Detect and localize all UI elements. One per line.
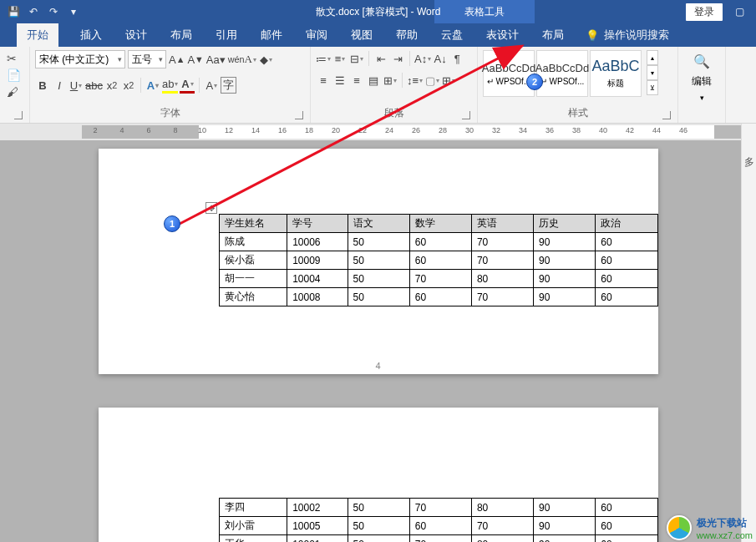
- styles-more-icon[interactable]: ⊻: [647, 80, 658, 95]
- increase-indent-icon[interactable]: ⇥: [390, 50, 405, 67]
- table-cell[interactable]: 60: [409, 251, 471, 270]
- table-cell[interactable]: 60: [409, 517, 471, 535]
- shading-icon[interactable]: ▢: [424, 72, 439, 89]
- table-cell[interactable]: 50: [348, 535, 409, 543]
- table-cell[interactable]: 60: [409, 288, 471, 306]
- table-cell[interactable]: 90: [534, 499, 596, 517]
- table-cell[interactable]: 胡一一: [219, 270, 287, 288]
- table-cell[interactable]: 侯小磊: [219, 251, 287, 270]
- styles-launcher-icon[interactable]: [662, 111, 671, 119]
- table-cell[interactable]: 60: [596, 517, 657, 535]
- table-cell[interactable]: 50: [348, 233, 409, 251]
- align-left-icon[interactable]: ≡: [316, 72, 331, 89]
- table-cell[interactable]: 60: [596, 288, 657, 306]
- strikethrough-button[interactable]: abc: [85, 77, 103, 94]
- tab-view[interactable]: 视图: [349, 23, 374, 47]
- clear-formatting-icon[interactable]: ◆: [259, 51, 274, 68]
- format-painter-icon[interactable]: 🖌: [7, 85, 22, 99]
- tell-me-search[interactable]: 💡 操作说明搜索: [586, 28, 669, 43]
- styles-scroll[interactable]: ▴ ▾ ⊻: [647, 50, 658, 95]
- font-name-combo[interactable]: 宋体 (中文正文): [35, 50, 125, 68]
- superscript-button[interactable]: x2: [121, 77, 136, 94]
- table-cell[interactable]: 60: [596, 233, 657, 251]
- enclose-char-icon[interactable]: A: [204, 77, 219, 94]
- table-cell[interactable]: 70: [471, 233, 533, 251]
- table-cell[interactable]: 90: [534, 517, 596, 535]
- highlight-color-icon[interactable]: ab: [162, 77, 178, 94]
- style-item-3[interactable]: AaBbC 标题: [590, 50, 642, 97]
- table-header-cell[interactable]: 学生姓名: [219, 215, 287, 233]
- table-cell[interactable]: 70: [471, 517, 533, 535]
- tab-cloud[interactable]: 云盘: [439, 23, 464, 47]
- table-header-cell[interactable]: 数学: [409, 215, 471, 233]
- tab-home[interactable]: 开始: [17, 23, 58, 47]
- table-cell[interactable]: 80: [471, 535, 533, 543]
- align-center-icon[interactable]: ☰: [332, 72, 348, 89]
- tab-table-layout[interactable]: 布局: [540, 23, 566, 47]
- bullets-icon[interactable]: ≔: [316, 50, 331, 67]
- text-direction-icon[interactable]: A↕: [414, 50, 431, 67]
- table-cell[interactable]: 10002: [287, 499, 348, 517]
- bold-button[interactable]: B: [35, 77, 50, 94]
- table-cell[interactable]: 90: [534, 535, 596, 543]
- table-cell[interactable]: 60: [596, 270, 657, 288]
- ribbon-options-icon[interactable]: ▢: [731, 3, 748, 20]
- style-item-2[interactable]: AaBbCcDd ↵ WPSOf...: [536, 50, 588, 97]
- table-cell[interactable]: 王华: [219, 535, 287, 543]
- tab-references[interactable]: 引用: [214, 23, 239, 47]
- table-cell[interactable]: 10005: [287, 517, 348, 535]
- table-cell[interactable]: 10008: [287, 288, 348, 306]
- table-cell[interactable]: 70: [409, 535, 471, 543]
- data-table-1[interactable]: 学生姓名学号语文数学英语历史政治陈成100065060709060侯小磊1000…: [219, 214, 658, 306]
- decrease-indent-icon[interactable]: ⇤: [373, 50, 388, 67]
- tab-design[interactable]: 设计: [124, 23, 149, 47]
- sort-icon[interactable]: A↓: [433, 50, 448, 67]
- table-cell[interactable]: 90: [534, 270, 596, 288]
- table-cell[interactable]: 刘小雷: [219, 517, 287, 535]
- table-cell[interactable]: 90: [534, 288, 596, 306]
- table-cell[interactable]: 50: [348, 270, 409, 288]
- table-cell[interactable]: 70: [471, 251, 533, 270]
- style-item-1[interactable]: AaBbCcDd ↵ WPSOf...: [483, 50, 535, 97]
- cut-icon[interactable]: ✂: [7, 52, 22, 65]
- qat-customize-icon[interactable]: ▾: [65, 3, 82, 20]
- multilevel-icon[interactable]: ⊟: [349, 50, 364, 67]
- table-header-cell[interactable]: 历史: [534, 215, 596, 233]
- edit-dropdown-icon[interactable]: ▾: [700, 94, 704, 102]
- tab-table-design[interactable]: 表设计: [485, 23, 520, 47]
- table-header-cell[interactable]: 英语: [471, 215, 533, 233]
- table-move-handle-icon[interactable]: ✥: [205, 202, 217, 214]
- table-cell[interactable]: 60: [596, 535, 657, 543]
- tab-layout[interactable]: 布局: [169, 23, 194, 47]
- borders-icon[interactable]: ⊞: [441, 72, 456, 89]
- phonetic-guide-icon[interactable]: wénA: [228, 51, 256, 68]
- table-cell[interactable]: 90: [534, 251, 596, 270]
- save-icon[interactable]: 💾: [5, 3, 22, 20]
- font-launcher-icon[interactable]: [295, 111, 303, 119]
- table-header-cell[interactable]: 语文: [348, 215, 409, 233]
- tab-insert[interactable]: 插入: [79, 23, 104, 47]
- font-size-combo[interactable]: 五号: [128, 50, 166, 68]
- table-cell[interactable]: 10001: [287, 535, 348, 543]
- text-effects-icon[interactable]: A: [145, 77, 160, 94]
- italic-button[interactable]: I: [52, 77, 67, 94]
- table-cell[interactable]: 10004: [287, 270, 348, 288]
- horizontal-ruler[interactable]: 2468101214161820222426283032343638404244…: [0, 124, 756, 140]
- styles-gallery[interactable]: AaBbCcDd ↵ WPSOf... AaBbCcDd ↵ WPSOf... …: [483, 50, 642, 97]
- table-cell[interactable]: 70: [409, 270, 471, 288]
- table-cell[interactable]: 70: [471, 288, 533, 306]
- side-pane-collapsed[interactable]: 多: [741, 124, 756, 542]
- document-area[interactable]: ✥ 学生姓名学号语文数学英语历史政治陈成100065060709060侯小磊10…: [0, 140, 756, 542]
- table-cell[interactable]: 10009: [287, 251, 348, 270]
- paragraph-launcher-icon[interactable]: [462, 111, 470, 119]
- table-cell[interactable]: 50: [348, 517, 409, 535]
- tab-review[interactable]: 审阅: [304, 23, 329, 47]
- grow-font-icon[interactable]: A▲: [169, 51, 185, 68]
- table-cell[interactable]: 50: [348, 499, 409, 517]
- align-right-icon[interactable]: ≡: [349, 72, 364, 89]
- tab-help[interactable]: 帮助: [394, 23, 419, 47]
- underline-button[interactable]: U: [68, 77, 84, 94]
- change-case-icon[interactable]: Aa▾: [206, 51, 226, 68]
- table-cell[interactable]: 陈成: [219, 233, 287, 251]
- shrink-font-icon[interactable]: A▼: [187, 51, 203, 68]
